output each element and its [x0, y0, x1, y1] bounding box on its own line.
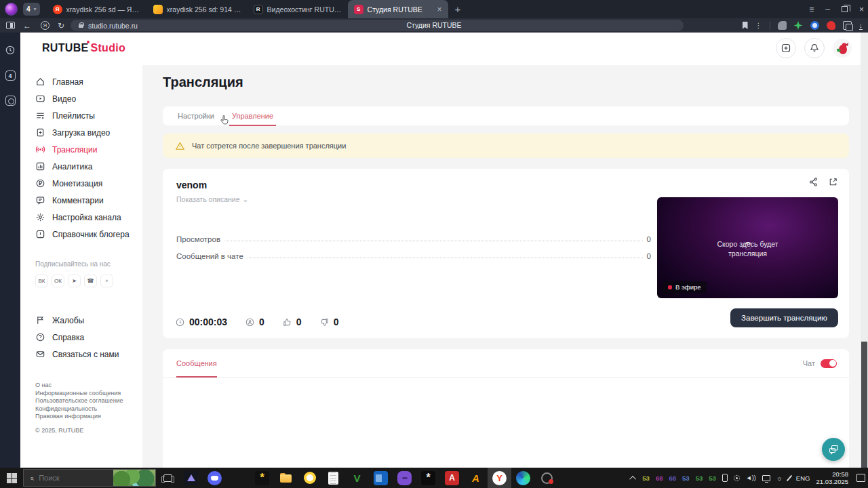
- sidebar-item-blogger-guide[interactable]: Справочник блогера: [35, 226, 142, 243]
- app-yellow-ring[interactable]: [298, 468, 321, 488]
- browser-tab-active[interactable]: S Студия RUTUBE ×: [348, 0, 448, 18]
- extension-red-icon[interactable]: [827, 21, 835, 30]
- stream-dislikes[interactable]: 0: [319, 317, 339, 327]
- tab-close-icon[interactable]: ×: [437, 5, 442, 14]
- extension-puzzle-icon[interactable]: [778, 21, 787, 30]
- url-bar[interactable]: studio.rutube.ru: [71, 20, 684, 31]
- app-red-a[interactable]: A: [440, 468, 464, 488]
- app-recorder[interactable]: [535, 468, 559, 488]
- share-icon[interactable]: [808, 177, 818, 187]
- more-icon[interactable]: ⋮: [755, 22, 762, 29]
- sidebar-item-analytics[interactable]: Аналитика: [35, 158, 142, 175]
- display-tray-icon[interactable]: [762, 475, 770, 481]
- app-edge[interactable]: [511, 468, 535, 488]
- stream-likes[interactable]: 0: [282, 317, 302, 327]
- language-indicator[interactable]: ENG: [796, 474, 810, 482]
- sidebar-item-complaints[interactable]: Жалобы: [35, 312, 142, 329]
- scrollbar-thumb[interactable]: [861, 342, 867, 468]
- footer-link[interactable]: Правовая информация: [35, 413, 142, 420]
- refresh-icon[interactable]: ↻: [58, 21, 64, 30]
- app-discord[interactable]: [203, 468, 226, 488]
- sidebar-item-upload[interactable]: Загрузка видео: [35, 124, 142, 141]
- sidebar-item-comments[interactable]: Комментарии: [35, 192, 142, 209]
- restore-icon[interactable]: [842, 6, 848, 12]
- open-external-icon[interactable]: [828, 177, 838, 187]
- close-window-icon[interactable]: ×: [859, 5, 864, 14]
- user-avatar[interactable]: [833, 39, 852, 58]
- sidebar-item-help[interactable]: Справка: [35, 329, 142, 346]
- pen-tray-icon[interactable]: [787, 474, 793, 481]
- speaker-icon[interactable]: ◄)): [746, 474, 756, 481]
- extension-blue-icon[interactable]: [810, 21, 819, 30]
- sidebar-item-home[interactable]: Главная: [35, 73, 142, 90]
- rutube-studio-logo[interactable]: RUTUBEStudio: [42, 42, 125, 54]
- side-panel-icon[interactable]: [6, 22, 15, 29]
- search-box-image[interactable]: [113, 470, 155, 486]
- task-view-button[interactable]: [156, 474, 179, 482]
- phone-tray-icon[interactable]: [722, 474, 728, 482]
- extension-tabs-icon[interactable]: [843, 21, 852, 30]
- app-green-tiles[interactable]: [226, 468, 250, 488]
- telegram-icon[interactable]: ➤: [68, 274, 81, 287]
- support-chat-fab[interactable]: [822, 438, 845, 461]
- devices-icon[interactable]: [5, 96, 16, 106]
- tab-counter[interactable]: 4 ▾: [23, 3, 40, 16]
- new-tab-button[interactable]: +: [455, 3, 461, 15]
- browser-tab-3[interactable]: R Видеохостинг RUTUBE. О: [248, 0, 348, 18]
- download-icon[interactable]: ↓: [859, 22, 863, 30]
- app-gamepad[interactable]: [393, 468, 416, 488]
- sidebar-item-video[interactable]: Видео: [35, 90, 142, 107]
- page-scrollbar[interactable]: [861, 33, 868, 468]
- tab-groups-icon[interactable]: 4: [5, 70, 16, 81]
- tab-settings[interactable]: Настройки: [178, 112, 214, 126]
- app-blue-window[interactable]: [369, 468, 393, 488]
- footer-link[interactable]: Информационные сообщения: [35, 390, 142, 397]
- footer-link[interactable]: Пользовательское соглашение: [35, 397, 142, 405]
- ok-icon[interactable]: ОК: [52, 274, 64, 287]
- extension-star-icon[interactable]: [794, 21, 803, 30]
- brightness-tray-icon[interactable]: [734, 475, 740, 481]
- sun-tray-icon[interactable]: ☼: [776, 474, 783, 482]
- stream-preview[interactable]: Скоро здесь будет трансляция В эфире: [657, 197, 838, 298]
- app-file-explorer[interactable]: [274, 468, 298, 488]
- footer-link[interactable]: Конфиденциальность: [35, 405, 142, 413]
- start-button[interactable]: [0, 468, 23, 488]
- more-social-icon[interactable]: +: [100, 274, 113, 287]
- app-orange-a[interactable]: A: [464, 468, 488, 488]
- tray-expand-icon[interactable]: [629, 475, 636, 482]
- notifications-button[interactable]: [804, 38, 825, 58]
- action-center-icon[interactable]: [856, 474, 865, 482]
- sidebar-item-monetization[interactable]: Монетизация: [35, 175, 142, 192]
- sidebar-item-broadcasts[interactable]: Трансляции: [35, 141, 142, 158]
- minimize-icon[interactable]: –: [825, 5, 830, 14]
- app-spider[interactable]: *: [416, 468, 440, 488]
- app-yandex-browser[interactable]: Y: [488, 468, 511, 488]
- browser-menu-icon[interactable]: ≡: [809, 5, 814, 14]
- history-icon[interactable]: [5, 45, 16, 56]
- back-icon[interactable]: ←: [23, 21, 31, 30]
- yandex-services-icon[interactable]: Я: [41, 21, 50, 30]
- app-sun[interactable]: *: [250, 468, 274, 488]
- sidebar-item-contact[interactable]: Связаться с нами: [35, 346, 142, 363]
- taskbar-clock[interactable]: 20:58 21.03.2025: [816, 470, 848, 485]
- tab-control[interactable]: Управление: [232, 112, 273, 126]
- vk-icon[interactable]: ВК: [35, 274, 48, 287]
- sidebar-item-channel-settings[interactable]: Настройка канала: [35, 209, 142, 226]
- search-input[interactable]: [39, 474, 100, 482]
- browser-profile-avatar[interactable]: [5, 3, 18, 16]
- sidebar-item-label: Настройка канала: [52, 213, 121, 222]
- chat-toggle[interactable]: [821, 359, 837, 368]
- app-notepad[interactable]: [321, 468, 345, 488]
- create-button[interactable]: [776, 38, 796, 58]
- taskbar-search[interactable]: ⌕: [23, 469, 156, 487]
- footer-link[interactable]: О нас: [35, 382, 142, 389]
- bookmark-icon[interactable]: [743, 22, 748, 29]
- browser-tab-2[interactable]: xraydisk 256 sd: 914 изоб: [147, 0, 248, 18]
- sidebar-item-playlists[interactable]: Плейлисты: [35, 107, 142, 124]
- tab-messages[interactable]: Сообщения: [176, 349, 217, 378]
- app-v-green[interactable]: V: [345, 468, 369, 488]
- end-broadcast-button[interactable]: Завершить трансляцию: [730, 308, 838, 327]
- browser-tab-1[interactable]: Я xraydisk 256 sd — Яндекс: [47, 0, 147, 18]
- app-dark-triangle[interactable]: [179, 468, 203, 488]
- viber-icon[interactable]: ☎: [84, 274, 97, 287]
